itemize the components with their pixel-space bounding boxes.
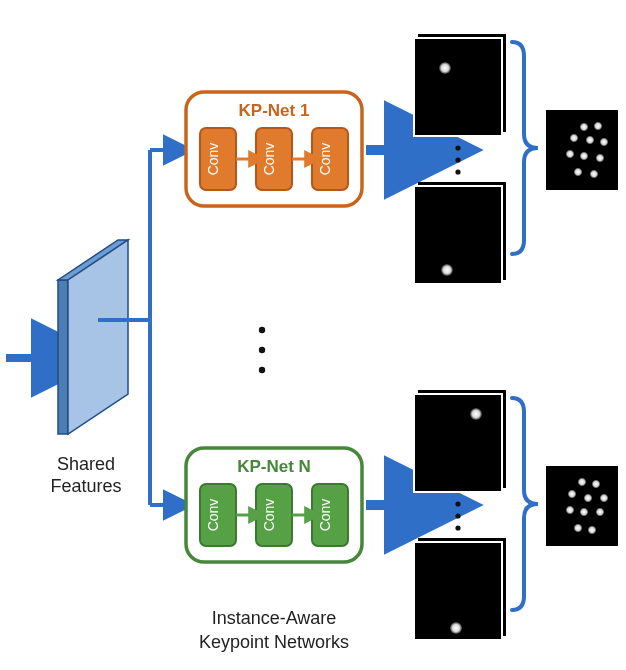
svg-point-47 [600,138,608,146]
svg-point-56 [455,501,460,506]
svg-point-32 [259,367,265,373]
svg-rect-34 [414,38,502,136]
svg-point-55 [470,408,482,420]
svg-point-37 [455,157,460,162]
svg-text:Conv: Conv [261,499,277,532]
svg-point-61 [450,622,462,634]
svg-point-46 [586,136,594,144]
svg-point-35 [439,62,451,74]
svg-point-31 [259,347,265,353]
svg-text:Keypoint Networks: Keypoint Networks [199,632,349,652]
kp-net-n-conv-1: Conv [200,484,236,546]
heatmap-stack-bottom [414,390,506,640]
svg-text:Shared: Shared [57,454,115,474]
svg-point-44 [594,122,602,130]
svg-point-66 [584,494,592,502]
svg-rect-42 [546,110,618,190]
svg-text:Conv: Conv [261,143,277,176]
svg-point-48 [566,150,574,158]
svg-text:Conv: Conv [205,499,221,532]
svg-text:Conv: Conv [317,143,333,176]
svg-point-43 [580,123,588,131]
svg-point-64 [592,480,600,488]
svg-point-69 [580,508,588,516]
svg-point-52 [590,170,598,178]
combined-output-bottom [546,466,618,546]
svg-point-38 [455,169,460,174]
svg-rect-54 [414,394,502,492]
heatmap-stack-top [414,34,506,284]
svg-point-70 [596,508,604,516]
svg-point-67 [600,494,608,502]
kp-net-1: KP-Net 1 Conv Conv Conv [186,92,362,206]
svg-point-71 [574,524,582,532]
svg-point-36 [455,145,460,150]
kp-net-1-title: KP-Net 1 [239,101,310,120]
svg-point-45 [570,134,578,142]
kp-net-n-title: KP-Net N [237,457,311,476]
kp-net-1-conv-1: Conv [200,128,236,190]
svg-rect-40 [414,186,502,284]
combined-output-top [546,110,618,190]
svg-text:Conv: Conv [205,143,221,176]
svg-point-68 [566,506,574,514]
kp-net-n-conv-3: Conv [312,484,348,546]
svg-point-65 [568,490,576,498]
svg-point-30 [259,327,265,333]
svg-point-49 [580,152,588,160]
shared-features-label: Shared Features [50,454,121,496]
svg-text:Conv: Conv [317,499,333,532]
brace-bottom-icon [512,398,538,610]
svg-marker-1 [58,280,68,434]
kp-net-n-conv-2: Conv [256,484,292,546]
kp-net-n: KP-Net N Conv Conv Conv [186,448,362,562]
diagram-caption: Instance-Aware Keypoint Networks [199,608,349,652]
branch-ellipsis-icon [259,327,265,373]
svg-point-57 [455,513,460,518]
svg-text:Features: Features [50,476,121,496]
kp-net-1-conv-3: Conv [312,128,348,190]
svg-point-72 [588,526,596,534]
svg-point-58 [455,525,460,530]
svg-point-51 [574,168,582,176]
svg-point-50 [596,154,604,162]
brace-top-icon [512,42,538,254]
svg-text:Instance-Aware: Instance-Aware [212,608,337,628]
kp-net-1-conv-2: Conv [256,128,292,190]
svg-point-63 [578,478,586,486]
shared-features-volume [58,240,128,434]
svg-point-41 [441,264,453,276]
